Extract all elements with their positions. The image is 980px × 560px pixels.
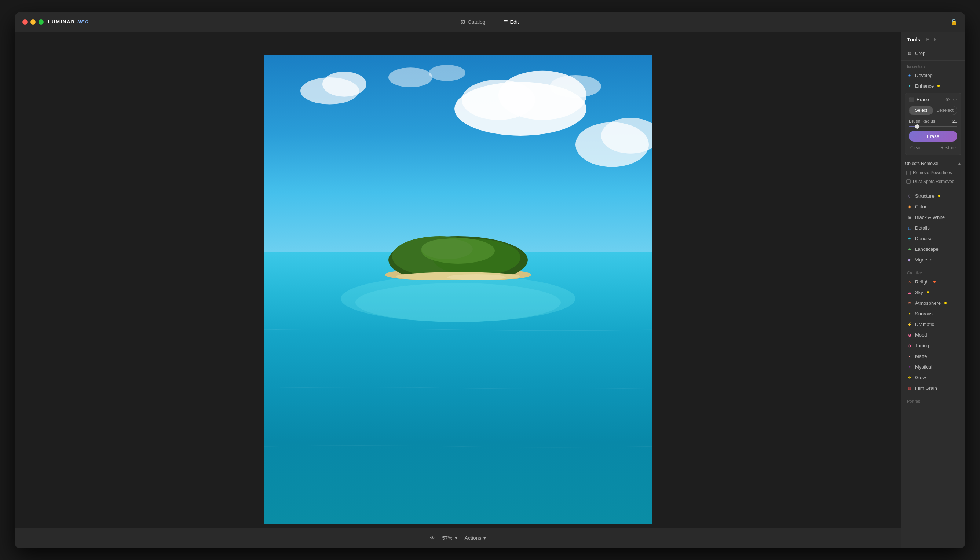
clear-restore-row: Clear Restore (909, 145, 957, 151)
tool-denoise[interactable]: ⬘ Denoise (901, 233, 965, 244)
tool-structure[interactable]: ⬡ Structure (901, 191, 965, 201)
portrait-section-label: Portrait (901, 397, 965, 405)
tool-atmosphere[interactable]: ≋ Atmosphere (901, 298, 965, 308)
tool-landscape[interactable]: ⛰ Landscape (901, 244, 965, 255)
erase-title: ⬛ Erase (909, 97, 929, 102)
logo-luminar: LUMINAR (48, 19, 75, 25)
film-grain-icon: ▦ (907, 385, 912, 390)
tool-dramatic[interactable]: ⚡ Dramatic (901, 319, 965, 330)
relight-icon: ☀ (907, 279, 912, 284)
minimize-button[interactable] (30, 20, 35, 25)
deselect-button[interactable]: Deselect (933, 106, 957, 115)
tool-matte[interactable]: ▪ Matte (901, 351, 965, 362)
sky-layer (264, 55, 652, 252)
photo-background (264, 55, 652, 525)
vignette-label: Vignette (915, 257, 932, 263)
tool-develop[interactable]: ◈ Develop (901, 70, 965, 81)
essentials-section-label: Essentials (901, 62, 965, 70)
clear-button[interactable]: Clear (909, 145, 922, 151)
bw-icon: ▣ (907, 215, 912, 220)
tool-details[interactable]: ◫ Details (901, 223, 965, 233)
tool-vignette[interactable]: ◐ Vignette (901, 255, 965, 265)
brush-radius-value: 20 (952, 119, 957, 124)
svg-point-4 (322, 72, 367, 97)
tool-sky[interactable]: ☁ Sky (901, 287, 965, 298)
crop-label: Crop (915, 51, 925, 56)
clouds-svg (264, 55, 652, 252)
atmosphere-label: Atmosphere (915, 300, 941, 306)
eye-toggle[interactable]: 👁 (430, 535, 435, 541)
app-window: LUMINAR NEO 🖼 Catalog ☰ Edit 🔒 (15, 12, 965, 548)
traffic-lights (22, 20, 43, 25)
tool-glow[interactable]: ✛ Glow (901, 372, 965, 383)
slider-thumb[interactable] (915, 124, 920, 129)
reset-icon[interactable]: ↩ (953, 97, 957, 103)
tool-relight[interactable]: ☀ Relight (901, 277, 965, 287)
zoom-arrow-icon: ▾ (455, 535, 457, 541)
photo (264, 55, 652, 525)
main-content: 👁 57% ▾ Actions ▾ Tools Edits ⊡ (15, 32, 965, 548)
select-button[interactable]: Select (909, 106, 933, 115)
tool-toning[interactable]: ◑ Toning (901, 340, 965, 351)
objects-removal-header[interactable]: Objects Removal ▲ (905, 159, 961, 168)
nav-edit[interactable]: ☰ Edit (500, 18, 523, 27)
tool-mystical[interactable]: ✧ Mystical (901, 362, 965, 372)
denoise-label: Denoise (915, 236, 933, 241)
restore-button[interactable]: Restore (939, 145, 957, 151)
landscape-label: Landscape (915, 247, 938, 252)
tool-mood[interactable]: ◕ Mood (901, 330, 965, 340)
svg-point-9 (550, 75, 601, 97)
enhance-icon: ✦ (907, 83, 912, 88)
ocean-svg (264, 252, 652, 524)
dramatic-icon: ⚡ (907, 322, 912, 327)
glow-icon: ✛ (907, 375, 912, 380)
color-icon: ◉ (907, 204, 912, 209)
actions-button[interactable]: Actions ▾ (465, 535, 486, 541)
zoom-control[interactable]: 57% ▾ (442, 535, 457, 541)
powerlines-checkbox[interactable] (906, 170, 911, 175)
mystical-icon: ✧ (907, 364, 912, 369)
nav-catalog[interactable]: 🖼 Catalog (457, 18, 489, 27)
denoise-icon: ⬘ (907, 236, 912, 241)
tool-color[interactable]: ◉ Color (901, 201, 965, 212)
svg-point-7 (388, 67, 432, 87)
tool-sunrays[interactable]: ✦ Sunrays (901, 308, 965, 319)
canvas-area: 👁 57% ▾ Actions ▾ (15, 32, 901, 548)
dust-spots-checkbox[interactable] (906, 179, 911, 184)
brush-radius-label: Brush Radius (909, 119, 935, 124)
bottom-bar: 👁 57% ▾ Actions ▾ (15, 528, 901, 548)
tool-film-grain[interactable]: ▦ Film Grain (901, 383, 965, 393)
tab-tools[interactable]: Tools (907, 37, 920, 44)
sky-label: Sky (915, 290, 923, 295)
eye-icon: 👁 (430, 535, 435, 541)
color-label: Color (915, 204, 927, 209)
app-logo: LUMINAR NEO (48, 19, 89, 25)
tool-bw[interactable]: ▣ Black & White (901, 212, 965, 223)
visibility-icon[interactable]: 👁 (945, 97, 950, 103)
dust-spots-item[interactable]: Dust Spots Removed (905, 177, 961, 186)
brush-radius-slider[interactable] (909, 126, 957, 127)
fullscreen-button[interactable] (38, 20, 43, 25)
panel-header: Tools Edits (901, 32, 965, 48)
svg-point-11 (355, 283, 561, 322)
enhance-badge (937, 85, 940, 87)
tool-enhance[interactable]: ✦ Enhance (901, 81, 965, 91)
erase-panel-header: ⬛ Erase 👁 ↩ (909, 97, 957, 103)
dust-spots-label: Dust Spots Removed (913, 179, 954, 184)
erase-button[interactable]: Erase (909, 131, 957, 142)
tool-crop[interactable]: ⊡ Crop (901, 48, 965, 59)
svg-point-19 (447, 274, 506, 280)
catalog-icon: 🖼 (461, 20, 465, 25)
sky-icon: ☁ (907, 290, 912, 295)
brush-radius-row: Brush Radius 20 (909, 119, 957, 124)
lock-icon: 🔒 (950, 18, 958, 25)
remove-powerlines-item[interactable]: Remove Powerlines (905, 168, 961, 177)
mystical-label: Mystical (915, 364, 932, 370)
island (381, 233, 535, 280)
tab-edits[interactable]: Edits (926, 37, 937, 44)
edit-icon: ☰ (504, 20, 508, 25)
atmosphere-icon: ≋ (907, 300, 912, 305)
develop-icon: ◈ (907, 73, 912, 78)
bw-label: Black & White (915, 215, 945, 220)
close-button[interactable] (22, 20, 28, 25)
